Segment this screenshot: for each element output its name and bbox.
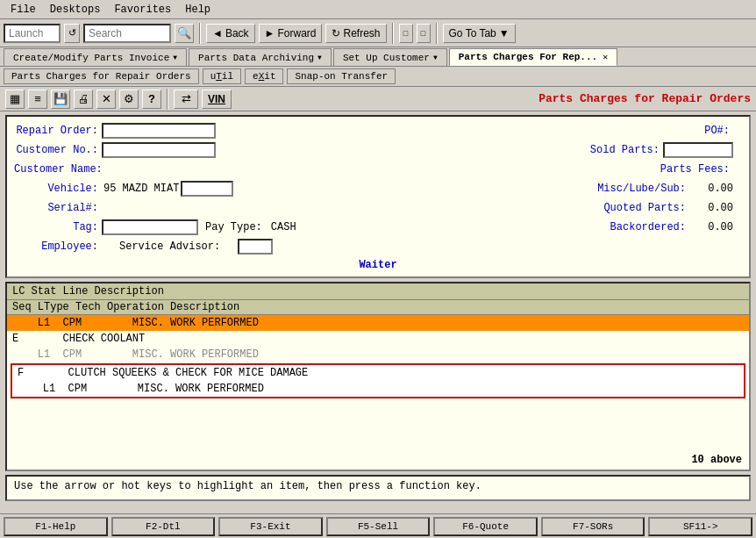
back-button[interactable]: ◄ Back xyxy=(206,24,255,43)
win-tab-snap-on[interactable]: Snap-on Transfer xyxy=(287,68,396,84)
customer-no-input[interactable] xyxy=(102,142,216,158)
fkey-f3[interactable]: F3-Exit xyxy=(218,517,323,536)
repair-order-input[interactable] xyxy=(102,123,216,139)
data-row-5[interactable]: L1 CPM MISC. WORK PERFORMED xyxy=(12,381,744,397)
square-icon-1[interactable]: □ xyxy=(399,24,413,43)
data-count: 10 above xyxy=(691,454,742,466)
backordered-value: 0.00 xyxy=(689,221,733,233)
fkey-sf11[interactable]: SF11-> xyxy=(648,517,752,536)
list-icon-button[interactable]: ≡ xyxy=(28,90,47,109)
vehicle-value: 95 MAZD MIAT xyxy=(102,183,179,195)
search-button[interactable]: 🔍 xyxy=(175,24,194,43)
square-icon-2[interactable]: □ xyxy=(417,24,431,43)
misc-lube-label: Misc/Lube/Sub: xyxy=(584,183,689,195)
win-tab-util[interactable]: uTil xyxy=(203,68,241,84)
service-advisor-input[interactable] xyxy=(238,239,273,255)
separator3 xyxy=(436,23,438,44)
data-row-2[interactable]: E CHECK COOLANT xyxy=(7,331,749,347)
win-tab-parts-charges[interactable]: Parts Charges for Repair Orders xyxy=(4,68,199,84)
save-icon-button[interactable]: 💾 xyxy=(51,90,70,109)
vehicle-input[interactable] xyxy=(181,181,233,197)
tab-parts-data[interactable]: Parts Data Archiving ▼ xyxy=(189,48,332,66)
print-icon-button[interactable]: 🖨 xyxy=(74,90,93,109)
vin-button[interactable]: VIN xyxy=(202,90,232,109)
serial-row: Serial#: xyxy=(14,199,378,217)
menu-file[interactable]: File xyxy=(4,2,43,18)
customer-name-row: Customer Name: xyxy=(14,161,378,178)
search-input[interactable] xyxy=(83,24,171,43)
data-grid-header1: LC Stat Line Description xyxy=(7,283,749,300)
refresh-label: Refresh xyxy=(343,27,380,39)
data-grid-header2: Seq LType Tech Operation Description xyxy=(7,300,749,315)
go-to-tab-label: Go To Tab xyxy=(449,27,496,39)
win-tab-exit[interactable]: eXit xyxy=(245,68,283,84)
help-icon-button[interactable]: ? xyxy=(142,90,161,109)
waiter-label: Waiter xyxy=(14,257,742,271)
win-tab-util-label: uTil xyxy=(210,71,233,82)
go-to-tab-button[interactable]: Go To Tab ▼ xyxy=(443,24,516,43)
win-tab-snap-on-label: Snap-on Transfer xyxy=(295,71,388,82)
customer-no-row: Customer No.: xyxy=(14,141,378,159)
sold-parts-row: Sold Parts: xyxy=(558,141,733,159)
data-row-1-text: L1 CPM MISC. WORK PERFORMED xyxy=(12,317,259,329)
tab-set-up-customer[interactable]: Set Up Customer ▼ xyxy=(333,48,447,66)
quoted-parts-value: 0.00 xyxy=(689,202,733,214)
data-header2-text: Seq LType Tech Operation Description xyxy=(12,301,239,313)
launch-input[interactable] xyxy=(4,24,61,43)
menu-favorites[interactable]: Favorites xyxy=(107,2,178,18)
backordered-row: Backordered: 0.00 xyxy=(584,219,733,236)
pay-type-label: Pay Type: xyxy=(198,221,269,233)
toolbar: ↺ 🔍 ◄ Back ► Forward ↻ Refresh □ □ Go To… xyxy=(0,19,756,47)
data-row-1[interactable]: L1 CPM MISC. WORK PERFORMED xyxy=(7,315,749,331)
menu-help[interactable]: Help xyxy=(178,2,218,18)
data-row-3[interactable]: L1 CPM MISC. WORK PERFORMED xyxy=(7,347,749,362)
close-icon-button[interactable]: ✕ xyxy=(96,90,116,109)
vehicle-row: Vehicle: 95 MAZD MIAT xyxy=(14,180,378,197)
forward-button[interactable]: ► Forward xyxy=(259,24,323,43)
quoted-parts-label: Quoted Parts: xyxy=(584,202,689,214)
status-bar: Use the arrow or hot keys to highlight a… xyxy=(5,475,751,501)
status-message: Use the arrow or hot keys to highlight a… xyxy=(14,480,481,492)
data-row-4[interactable]: F CLUTCH SQUEEKS & CHECK FOR MICE DAMAGE xyxy=(12,365,744,381)
tab-parts-charges[interactable]: Parts Charges For Rep... ✕ xyxy=(449,48,617,66)
win-tab-exit-label: eXit xyxy=(253,71,275,82)
repair-order-label: Repair Order: xyxy=(14,125,102,137)
transfer-icon-button[interactable]: ⇄ xyxy=(174,90,198,109)
data-row-3-text: L1 CPM MISC. WORK PERFORMED xyxy=(12,348,259,361)
fkey-f1[interactable]: F1-Help xyxy=(4,517,108,536)
tab-create-modify-arrow: ▼ xyxy=(173,54,177,61)
fkey-f7[interactable]: F7-SORs xyxy=(541,517,645,536)
tag-row: Tag: Pay Type: CASH xyxy=(14,219,378,236)
quoted-parts-row: Quoted Parts: 0.00 xyxy=(584,199,733,217)
data-grid: LC Stat Line Description Seq LType Tech … xyxy=(5,282,751,471)
data-row-4-text: F CLUTCH SQUEEKS & CHECK FOR MICE DAMAGE xyxy=(18,367,308,379)
fkey-f6[interactable]: F6-Quote xyxy=(433,517,538,536)
customer-no-label: Customer No.: xyxy=(14,144,102,156)
tag-input[interactable] xyxy=(102,219,198,235)
sold-parts-input[interactable] xyxy=(663,142,733,158)
icon-separator xyxy=(167,89,168,110)
fkey-f2[interactable]: F2-Dtl xyxy=(111,517,216,536)
menu-bar: File Desktops Favorites Help xyxy=(0,0,756,19)
fkey-f5[interactable]: F5-Sell xyxy=(326,517,431,536)
po-label: PO#: xyxy=(628,125,733,137)
grid-icon-button[interactable]: ▦ xyxy=(5,90,25,109)
menu-desktops[interactable]: Desktops xyxy=(43,2,108,18)
settings-icon-button[interactable]: ⚙ xyxy=(119,90,139,109)
parts-fees-label: Parts Fees: xyxy=(628,163,733,176)
go-to-tab-arrow-icon: ▼ xyxy=(499,27,510,39)
win-tab-parts-charges-label: Parts Charges for Repair Orders xyxy=(11,71,191,82)
tab-set-up-customer-arrow: ▼ xyxy=(433,54,438,61)
refresh-button[interactable]: ↻ Refresh xyxy=(325,24,386,43)
refresh-icon: ↻ xyxy=(332,27,340,39)
tab-close-icon[interactable]: ✕ xyxy=(603,52,608,62)
employee-label: Employee: xyxy=(14,240,102,253)
back-arrow-icon: ◄ xyxy=(212,27,223,39)
sold-parts-label: Sold Parts: xyxy=(558,144,663,156)
vin-label: VIN xyxy=(208,93,225,105)
icon-toolbar: ▦ ≡ 💾 🖨 ✕ ⚙ ? ⇄ VIN Parts Charges for Re… xyxy=(0,87,756,111)
launch-go-button[interactable]: ↺ xyxy=(64,24,80,43)
tab-create-modify-label: Create/Modify Parts Invoice xyxy=(13,53,169,63)
backordered-label: Backordered: xyxy=(584,221,689,233)
tab-create-modify[interactable]: Create/Modify Parts Invoice ▼ xyxy=(4,48,187,66)
